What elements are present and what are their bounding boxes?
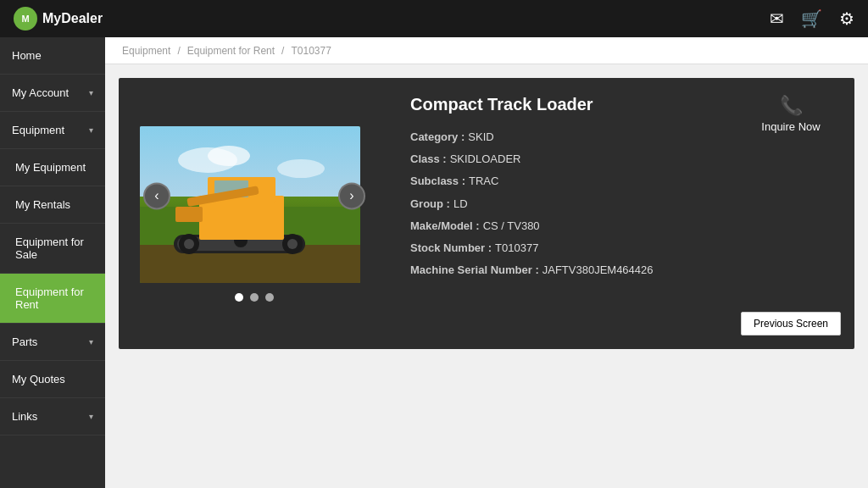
inquire-link[interactable]: Inquire Now <box>761 120 820 133</box>
svg-point-1 <box>208 146 250 166</box>
topbar: M MyDealer ✉ 🛒 ⚙ <box>0 0 868 37</box>
inquire-section: 📞 Inquire Now <box>727 78 854 349</box>
sidebar-item-equipment-label: Equipment <box>12 124 64 136</box>
detail-row-subclass: Subclass : TRAC <box>410 174 707 189</box>
settings-icon[interactable]: ⚙ <box>839 8 854 29</box>
sidebar-item-home-label: Home <box>12 49 42 62</box>
detail-value-makemodel: CS / TV380 <box>483 219 540 234</box>
sidebar-item-equipment-for-rent[interactable]: Equipment for Rent <box>0 274 105 324</box>
dot-3[interactable] <box>265 293 274 302</box>
sidebar-item-equipment-for-rent-label: Equipment for Rent <box>15 286 93 311</box>
chevron-down-icon: ▾ <box>89 412 93 421</box>
mail-icon[interactable]: ✉ <box>770 8 784 29</box>
sidebar-item-my-account[interactable]: My Account ▾ <box>0 75 105 112</box>
sidebar-item-links[interactable]: Links ▾ <box>0 398 105 435</box>
breadcrumb-sep2: / <box>281 45 284 57</box>
sidebar-item-my-rentals-label: My Rentals <box>15 198 70 211</box>
svg-point-8 <box>184 239 194 249</box>
detail-row-serial: Machine Serial Number : JAFTV380JEM46442… <box>410 263 707 278</box>
detail-value-stocknumber: T010377 <box>495 241 538 256</box>
svg-point-10 <box>287 239 298 249</box>
topbar-icons: ✉ 🛒 ⚙ <box>770 8 854 29</box>
breadcrumb-equipment-for-rent[interactable]: Equipment for Rent <box>187 45 275 57</box>
chevron-down-icon: ▾ <box>89 88 93 97</box>
detail-row-category: Category : SKID <box>410 130 707 145</box>
prev-image-button[interactable]: ‹ <box>143 182 170 209</box>
sidebar-item-my-equipment[interactable]: My Equipment <box>0 149 105 186</box>
sidebar: Home My Account ▾ Equipment ▾ My Equipme… <box>0 37 105 488</box>
logo-short: M <box>21 14 29 24</box>
dot-1[interactable] <box>235 293 243 302</box>
sidebar-item-equipment[interactable]: Equipment ▾ <box>0 112 105 149</box>
sidebar-item-links-label: Links <box>12 410 37 423</box>
breadcrumb-stock: T010377 <box>291 45 331 57</box>
sidebar-item-my-equipment-label: My Equipment <box>15 161 86 174</box>
next-image-button[interactable]: › <box>338 182 365 209</box>
detail-value-subclass: TRAC <box>469 174 498 189</box>
breadcrumb-equipment[interactable]: Equipment <box>122 45 170 57</box>
detail-label-serial: Machine Serial Number : <box>410 263 539 278</box>
detail-label-class: Class : <box>410 152 447 167</box>
detail-value-group: LD <box>453 197 468 212</box>
content-body: ‹ <box>105 64 868 488</box>
sidebar-item-my-quotes[interactable]: My Quotes <box>0 361 105 398</box>
equipment-svg <box>140 126 360 283</box>
sidebar-item-my-account-label: My Account <box>12 86 69 99</box>
logo-circle: M <box>14 7 37 30</box>
sidebar-item-parts-label: Parts <box>12 336 37 348</box>
detail-row-makemodel: Make/Model : CS / TV380 <box>410 219 707 234</box>
detail-value-category: SKID <box>468 130 493 145</box>
detail-label-category: Category : <box>410 130 465 145</box>
equipment-image <box>140 126 360 283</box>
detail-label-subclass: Subclass : <box>410 174 465 189</box>
detail-label-makemodel: Make/Model : <box>410 219 480 234</box>
equipment-title: Compact Track Loader <box>410 95 707 114</box>
detail-label-group: Group : <box>410 197 450 212</box>
dot-2[interactable] <box>250 293 259 302</box>
sidebar-item-parts[interactable]: Parts ▾ <box>0 324 105 361</box>
prev-screen-button[interactable]: Previous Screen <box>741 312 841 336</box>
cart-icon[interactable]: 🛒 <box>801 8 822 29</box>
chevron-down-icon: ▾ <box>89 337 93 347</box>
sidebar-item-my-rentals[interactable]: My Rentals <box>0 186 105 224</box>
detail-value-serial: JAFTV380JEM464426 <box>542 263 654 278</box>
logo-text: MyDealer <box>42 11 103 26</box>
content-area: Equipment / Equipment for Rent / T010377… <box>105 37 868 488</box>
sidebar-item-equipment-for-sale[interactable]: Equipment for Sale <box>0 224 105 274</box>
image-dots <box>235 293 274 302</box>
svg-rect-16 <box>175 207 203 222</box>
detail-value-class: SKIDLOADER <box>450 152 521 167</box>
detail-row-class: Class : SKIDLOADER <box>410 152 707 167</box>
phone-icon: 📞 <box>780 95 803 117</box>
main-layout: Home My Account ▾ Equipment ▾ My Equipme… <box>0 37 868 488</box>
chevron-down-icon: ▾ <box>89 125 93 135</box>
breadcrumb: Equipment / Equipment for Rent / T010377 <box>105 37 868 64</box>
image-section: ‹ <box>119 78 390 349</box>
details-section: Compact Track Loader Category : SKID Cla… <box>390 78 727 349</box>
svg-point-2 <box>277 159 325 178</box>
detail-row-group: Group : LD <box>410 197 707 212</box>
equipment-card: ‹ <box>119 78 854 349</box>
sidebar-item-my-quotes-label: My Quotes <box>12 373 65 385</box>
detail-label-stocknumber: Stock Number : <box>410 241 492 256</box>
sidebar-item-home[interactable]: Home <box>0 37 105 75</box>
breadcrumb-sep1: / <box>177 45 180 57</box>
sidebar-item-equipment-for-sale-label: Equipment for Sale <box>15 236 93 261</box>
detail-row-stocknumber: Stock Number : T010377 <box>410 241 707 256</box>
logo: M MyDealer <box>14 7 103 30</box>
